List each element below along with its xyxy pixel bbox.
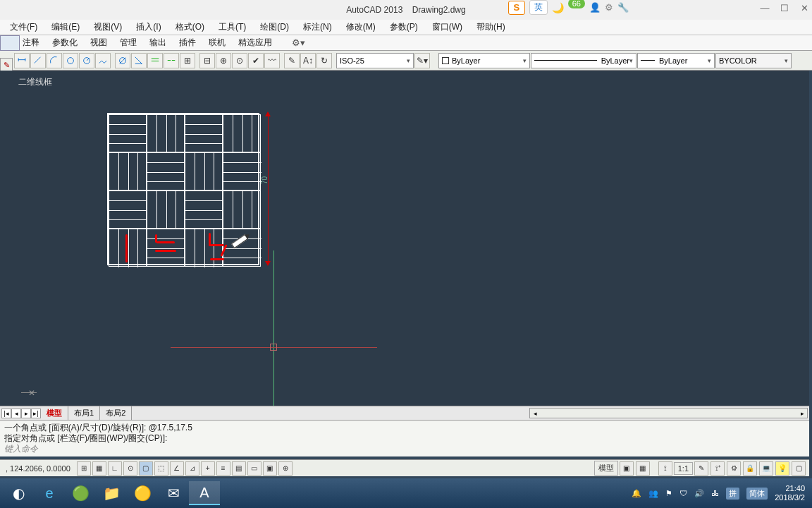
annotation-visibility-button[interactable]: ✎ [694, 461, 708, 476]
dim-edit-button[interactable]: ✎ [284, 53, 300, 68]
drawing-canvas[interactable]: 二维线框 [0, 71, 809, 406]
tray-flag-icon[interactable]: ⚑ [665, 489, 672, 498]
explorer-icon[interactable]: 📁 [96, 481, 127, 505]
lineweight-display-button[interactable]: ≡ [216, 461, 230, 476]
dim-linear-button[interactable] [14, 53, 30, 68]
dim-diameter-button[interactable] [115, 53, 130, 68]
menu-help[interactable]: 帮助(H) [469, 21, 512, 33]
command-input[interactable]: 键入命令 [4, 443, 805, 456]
tab-layout1[interactable]: 布局1 [68, 406, 100, 420]
sogou-icon[interactable]: S [508, 1, 525, 15]
menu-param[interactable]: 参数(P) [383, 21, 425, 33]
coordinates-display[interactable]: , 124.2066, 0.0000 [0, 464, 76, 473]
toolbar-lock-button[interactable]: 🔒 [743, 461, 757, 476]
qp-button[interactable]: ▭ [247, 461, 262, 476]
annotation-scale-icon[interactable]: ⟟ [658, 461, 672, 476]
dim-space-button[interactable]: ⊞ [180, 53, 195, 68]
menu-draw[interactable]: 绘图(D) [253, 21, 296, 33]
mail-icon[interactable]: ✉ [158, 481, 189, 505]
ribbon-view[interactable]: 视图 [89, 36, 109, 49]
clean-screen-button[interactable]: ▢ [792, 461, 806, 476]
jogged-linear-button[interactable]: 〰 [264, 53, 280, 68]
transparency-button[interactable]: ▤ [232, 461, 246, 476]
dim-aligned-button[interactable] [30, 53, 46, 68]
hardware-accel-button[interactable]: 💻 [759, 461, 773, 476]
tab-nav-last[interactable]: ▸| [31, 409, 41, 418]
tab-nav-prev[interactable]: ◂ [11, 409, 21, 418]
menu-insert[interactable]: 插入(I) [129, 21, 168, 33]
otrack-button[interactable]: ∠ [170, 461, 184, 476]
annotation-scale[interactable]: 1:1 [674, 462, 693, 475]
close-button[interactable]: ✕ [799, 3, 809, 13]
grid-button[interactable]: ▦ [92, 461, 106, 476]
tray-network-icon[interactable]: 🖧 [711, 489, 719, 497]
linetype-dropdown[interactable]: ByLayer▾ [531, 53, 636, 68]
dyn-button[interactable]: + [201, 461, 215, 476]
viewport-label[interactable]: 二维线框 [18, 76, 52, 88]
horizontal-scrollbar[interactable]: ◂ ▸ [529, 408, 808, 418]
menu-tools[interactable]: 工具(T) [211, 21, 253, 33]
dim-arc-button[interactable] [47, 53, 62, 68]
ducs-button[interactable]: ⊿ [185, 461, 199, 476]
ime-pinyin[interactable]: 拼 [726, 488, 739, 500]
center-mark-button[interactable]: ⊙ [232, 53, 247, 68]
annotation-autoscale-button[interactable]: ⟟⁺ [710, 461, 725, 476]
layer-dropdown[interactable]: ByLayer▾ [438, 53, 530, 68]
ribbon-output[interactable]: 输出 [148, 36, 168, 49]
dim-ordinate-button[interactable] [63, 53, 78, 68]
dim-style-dropdown[interactable]: ISO-25▾ [336, 53, 414, 68]
sc-button[interactable]: ▣ [263, 461, 277, 476]
tab-nav-first[interactable]: |◂ [1, 409, 11, 418]
3dosnap-button[interactable]: ⬚ [154, 461, 168, 476]
tab-layout2[interactable]: 布局2 [100, 406, 132, 420]
command-window[interactable]: 一个角点或 [面积(A)/尺寸(D)/旋转(R)]: @17.5,17.5 指定… [0, 420, 809, 456]
tab-nav-next[interactable]: ▸ [21, 409, 31, 418]
chrome-icon[interactable]: 🟢 [65, 481, 96, 505]
plot-color-dropdown[interactable]: BYCOLOR▾ [715, 53, 792, 68]
ortho-button[interactable]: ∟ [108, 461, 122, 476]
dim-text-edit-button[interactable]: A↕ [300, 53, 316, 68]
autocad-task-icon[interactable]: A [189, 481, 220, 505]
ribbon-plugins[interactable]: 插件 [178, 36, 197, 49]
menu-dimension[interactable]: 标注(N) [296, 21, 339, 33]
scroll-left-icon[interactable]: ◂ [530, 410, 540, 417]
workspace-switching-button[interactable]: ⚙ [727, 461, 741, 476]
maximize-button[interactable]: ☐ [780, 3, 789, 13]
ribbon-parametric[interactable]: 参数化 [51, 36, 79, 49]
tolerance-button[interactable]: ⊕ [216, 53, 231, 68]
scroll-right-icon[interactable]: ▸ [797, 410, 807, 417]
user-icon[interactable]: 👤 [589, 2, 601, 13]
menu-file[interactable]: 文件(F) [3, 21, 44, 33]
wrench-icon[interactable]: 🔧 [617, 2, 629, 13]
dim-radius-button[interactable] [79, 53, 94, 68]
menu-edit[interactable]: 编辑(E) [44, 21, 87, 33]
dim-baseline-button[interactable] [147, 53, 163, 68]
dim-angular-button[interactable] [131, 53, 147, 68]
ribbon-online[interactable]: 联机 [207, 36, 227, 49]
clock[interactable]: 21:40 2018/3/2 [775, 484, 805, 502]
media-icon[interactable]: 🟡 [127, 481, 158, 505]
dim-continue-button[interactable] [164, 53, 179, 68]
menu-window[interactable]: 窗口(W) [425, 21, 469, 33]
dim-break-button[interactable]: ⊟ [199, 53, 215, 68]
minimize-button[interactable]: — [760, 3, 770, 13]
isolate-objects-button[interactable]: 💡 [775, 461, 789, 476]
menu-format[interactable]: 格式(O) [168, 21, 211, 33]
dim-jogged-button[interactable] [95, 53, 111, 68]
menu-modify[interactable]: 修改(M) [339, 21, 383, 33]
ribbon-gear-icon[interactable]: ⚙▾ [290, 37, 307, 49]
start-button[interactable]: ◐ [3, 481, 34, 505]
osnap-button[interactable]: ▢ [139, 461, 153, 476]
snap-mode-button[interactable]: ⊞ [77, 461, 91, 476]
left-flyout-grip[interactable]: ✎ [0, 58, 13, 72]
ime-lang-badge[interactable]: 英 [529, 0, 548, 15]
tray-shield-icon[interactable]: 🛡 [679, 489, 687, 497]
quickview-drawings-button[interactable]: ▦ [636, 461, 650, 476]
dim-update-button[interactable]: ↻ [316, 53, 332, 68]
ie-icon[interactable]: e [34, 481, 65, 505]
ribbon-featured[interactable]: 精选应用 [237, 36, 273, 49]
menu-view[interactable]: 视图(V) [87, 21, 129, 33]
tray-volume-icon[interactable]: 🔊 [694, 489, 704, 498]
model-paper-toggle[interactable]: 模型 [594, 461, 618, 476]
ime-simplified[interactable]: 简体 [746, 488, 768, 500]
